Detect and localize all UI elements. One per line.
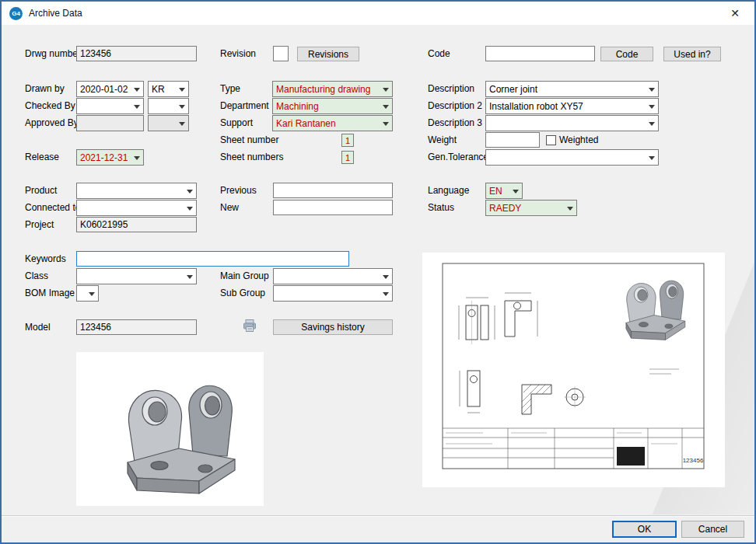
description3-label: Description 3 — [428, 115, 482, 131]
chevron-down-icon — [380, 269, 392, 284]
drawn-by-label: Drawn by — [25, 81, 65, 97]
drawing-preview-image: 123456 — [422, 253, 725, 487]
checked-by-initials-combo[interactable] — [148, 98, 189, 114]
title-block-thumbnail — [617, 447, 645, 466]
project-label: Project — [25, 217, 54, 233]
checked-by-label: Checked By — [25, 98, 75, 114]
technical-drawing: 123456 — [422, 253, 725, 487]
revision-field[interactable] — [273, 46, 289, 61]
keywords-label: Keywords — [25, 251, 66, 267]
chevron-down-icon — [646, 116, 658, 131]
release-label: Release — [25, 149, 59, 166]
revision-label: Revision — [220, 46, 256, 62]
product-combo[interactable] — [76, 183, 197, 199]
drwg-number-label: Drwg number — [25, 46, 81, 62]
drwg-number-field[interactable] — [76, 46, 197, 61]
main-group-label: Main Group — [220, 268, 269, 284]
chevron-down-icon — [176, 116, 188, 131]
description2-combo[interactable]: Installation robot XY57 — [485, 98, 659, 114]
chevron-down-icon — [86, 286, 98, 301]
cancel-button[interactable]: Cancel — [681, 521, 744, 538]
sub-group-label: Sub Group — [220, 285, 265, 302]
chevron-down-icon — [184, 269, 196, 284]
description-label: Description — [428, 81, 474, 97]
model-label: Model — [25, 319, 51, 336]
new-field[interactable] — [273, 200, 393, 215]
chevron-down-icon — [380, 286, 392, 301]
type-label: Type — [220, 81, 240, 97]
chevron-down-icon — [176, 99, 188, 113]
model-field[interactable] — [76, 319, 197, 335]
chevron-down-icon — [564, 201, 576, 215]
chevron-down-icon — [646, 150, 658, 165]
chevron-down-icon — [184, 183, 196, 198]
chevron-down-icon — [646, 82, 658, 96]
drawn-by-date-combo[interactable]: 2020-01-02 — [76, 81, 144, 97]
bom-image-label: BOM Image — [25, 285, 75, 302]
language-combo[interactable]: EN — [485, 183, 523, 199]
weighted-checkbox[interactable] — [546, 135, 556, 145]
drawn-by-initials-combo[interactable]: KR — [148, 81, 189, 97]
sub-group-combo[interactable] — [273, 285, 393, 302]
chevron-down-icon — [184, 201, 196, 215]
description-combo[interactable]: Corner joint — [485, 81, 659, 97]
revisions-button[interactable]: Revisions — [297, 47, 359, 61]
code-button[interactable]: Code — [600, 47, 653, 61]
project-field[interactable] — [76, 217, 197, 232]
department-combo[interactable]: Machining — [272, 98, 393, 114]
chevron-down-icon — [131, 99, 143, 113]
savings-history-button[interactable]: Savings history — [273, 319, 393, 335]
gen-tolerances-combo[interactable] — [485, 149, 659, 166]
chevron-down-icon — [380, 99, 392, 113]
sheet-number-label: Sheet number — [220, 132, 278, 148]
weight-field[interactable] — [485, 132, 540, 148]
connected-to-label: Connected to — [25, 200, 80, 216]
class-combo[interactable] — [76, 268, 197, 284]
code-label: Code — [428, 46, 450, 62]
sheet-numbers-field[interactable]: 1 — [341, 151, 354, 164]
footer-divider — [2, 515, 754, 517]
chevron-down-icon — [380, 116, 392, 131]
used-in-button[interactable]: Used in? — [663, 47, 721, 61]
drawing-number: 123456 — [683, 457, 704, 464]
approved-by-initials-combo[interactable] — [148, 115, 189, 131]
sheet-number-field[interactable]: 1 — [341, 134, 354, 147]
release-combo[interactable]: 2021-12-31 — [76, 149, 144, 166]
keywords-input[interactable] — [76, 251, 349, 267]
connected-to-combo[interactable] — [76, 200, 197, 216]
code-field[interactable] — [485, 46, 595, 61]
previous-field[interactable] — [273, 183, 393, 198]
status-combo[interactable]: RAEDY — [485, 200, 577, 216]
archive-data-dialog: G4 Archive Data ✕ Drwg number Revision R… — [0, 0, 756, 544]
ok-button[interactable]: OK — [612, 521, 677, 538]
weight-label: Weight — [428, 132, 457, 148]
chevron-down-icon — [380, 82, 392, 96]
new-label: New — [220, 200, 239, 216]
weighted-label: Weighted — [559, 132, 598, 148]
previous-label: Previous — [220, 183, 257, 199]
type-combo[interactable]: Manufacturing drawing — [272, 81, 393, 97]
support-label: Support — [220, 115, 253, 131]
printer-icon — [242, 318, 257, 333]
approved-by-date-field[interactable] — [76, 115, 144, 131]
checked-by-date-combo[interactable] — [76, 98, 144, 114]
chevron-down-icon — [646, 99, 658, 113]
chevron-down-icon — [131, 150, 143, 165]
language-label: Language — [428, 183, 469, 199]
bom-image-combo[interactable] — [76, 285, 99, 302]
status-label: Status — [428, 200, 454, 216]
chevron-down-icon — [131, 82, 143, 96]
gen-tolerances-label: Gen.Tolerances — [428, 149, 493, 166]
window-title: Archive Data — [29, 8, 82, 19]
support-combo[interactable]: Kari Rantanen — [272, 115, 393, 131]
print-button[interactable] — [242, 318, 257, 336]
description3-combo[interactable] — [485, 115, 659, 131]
sheet-numbers-label: Sheet numbers — [220, 149, 283, 166]
product-label: Product — [25, 183, 57, 199]
close-icon[interactable]: ✕ — [723, 2, 747, 25]
app-icon: G4 — [9, 7, 23, 20]
title-bar: G4 Archive Data ✕ — [2, 2, 754, 25]
corner-joint-3d-model — [76, 352, 264, 506]
chevron-down-icon — [176, 82, 188, 96]
main-group-combo[interactable] — [273, 268, 393, 284]
